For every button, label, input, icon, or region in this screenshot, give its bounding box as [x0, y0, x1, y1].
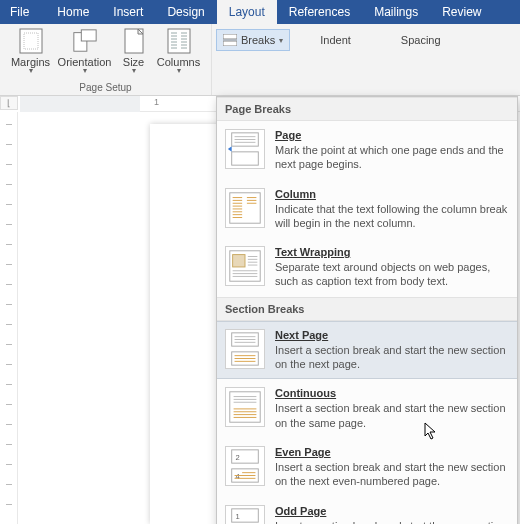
svg-rect-3: [81, 30, 96, 41]
tab-bar: File Home Insert Design Layout Reference…: [0, 0, 520, 24]
columns-icon: [166, 28, 192, 54]
svg-text:4: 4: [236, 472, 240, 481]
svg-rect-19: [223, 41, 237, 46]
breaks-dropdown: Page Breaks Page Mark the point at which…: [216, 96, 518, 524]
menu-item-continuous[interactable]: Continuous Insert a section break and st…: [217, 379, 517, 438]
svg-text:2: 2: [236, 453, 240, 462]
menu-item-next-page[interactable]: Next Page Insert a section break and sta…: [217, 321, 517, 380]
even-page-icon: 24: [225, 446, 265, 486]
dropdown-section-page-breaks: Page Breaks: [217, 97, 517, 121]
indent-label: Indent: [290, 24, 355, 51]
margins-icon: [18, 28, 44, 54]
menu-item-desc: Indicate that the text following the col…: [275, 202, 509, 231]
document-area: ⌊ 1 Page Breaks Page Mark the point at w…: [0, 96, 520, 524]
dropdown-arrow-icon: ▾: [279, 36, 283, 45]
margins-button[interactable]: Margins ▾: [7, 24, 55, 82]
menu-item-page[interactable]: Page Mark the point at which one page en…: [217, 121, 517, 180]
dropdown-section-section-breaks: Section Breaks: [217, 297, 517, 321]
menu-item-title: Text Wrapping: [275, 246, 509, 258]
menu-item-desc: Insert a section break and start the new…: [275, 519, 509, 524]
tab-mailings[interactable]: Mailings: [362, 0, 430, 24]
tab-review[interactable]: Review: [430, 0, 493, 24]
page-setup-group-label: Page Setup: [0, 82, 211, 95]
page-break-icon: [225, 129, 265, 169]
svg-rect-21: [232, 152, 259, 165]
orientation-button[interactable]: Orientation ▾: [55, 24, 115, 82]
size-button[interactable]: Size ▾: [115, 24, 153, 82]
breaks-icon: [223, 34, 237, 46]
menu-item-even-page[interactable]: 24 Even Page Insert a section break and …: [217, 438, 517, 497]
menu-item-title: Next Page: [275, 329, 509, 341]
tab-file[interactable]: File: [0, 0, 45, 24]
ruler-corner: ⌊: [0, 96, 18, 110]
tab-design[interactable]: Design: [155, 0, 216, 24]
svg-rect-38: [233, 255, 245, 267]
svg-rect-18: [223, 34, 237, 39]
menu-item-title: Column: [275, 188, 509, 200]
orientation-icon: [72, 28, 98, 54]
next-page-icon: [225, 329, 265, 369]
tab-home[interactable]: Home: [45, 0, 101, 24]
menu-item-desc: Insert a section break and start the new…: [275, 401, 509, 430]
menu-item-title: Even Page: [275, 446, 509, 458]
svg-text:1: 1: [236, 512, 240, 521]
menu-item-desc: Insert a section break and start the new…: [275, 343, 509, 372]
vertical-ruler[interactable]: [0, 112, 18, 524]
menu-item-desc: Mark the point at which one page ends an…: [275, 143, 509, 172]
columns-button[interactable]: Columns ▾: [153, 24, 205, 82]
breaks-button[interactable]: Breaks ▾: [216, 29, 290, 51]
breaks-label: Breaks: [241, 34, 275, 46]
tab-insert[interactable]: Insert: [101, 0, 155, 24]
menu-item-title: Page: [275, 129, 509, 141]
ribbon: Margins ▾ Orientation ▾ Size ▾: [0, 24, 520, 96]
tab-layout[interactable]: Layout: [217, 0, 277, 24]
menu-item-desc: Insert a section break and start the new…: [275, 460, 509, 489]
odd-page-icon: 13: [225, 505, 265, 524]
dropdown-arrow-icon: ▾: [83, 66, 87, 75]
tab-references[interactable]: References: [277, 0, 362, 24]
dropdown-arrow-icon: ▾: [177, 66, 181, 75]
dropdown-arrow-icon: ▾: [29, 66, 33, 75]
menu-item-odd-page[interactable]: 13 Odd Page Insert a section break and s…: [217, 497, 517, 524]
spacing-label: Spacing: [355, 24, 445, 51]
menu-item-text-wrapping[interactable]: Text Wrapping Separate text around objec…: [217, 238, 517, 297]
text-wrapping-icon: [225, 246, 265, 286]
size-icon: [121, 28, 147, 54]
menu-item-column[interactable]: Column Indicate that the text following …: [217, 180, 517, 239]
menu-item-title: Continuous: [275, 387, 509, 399]
dropdown-arrow-icon: ▾: [132, 66, 136, 75]
ruler-mark: 1: [154, 97, 159, 107]
column-break-icon: [225, 188, 265, 228]
menu-item-desc: Separate text around objects on web page…: [275, 260, 509, 289]
continuous-icon: [225, 387, 265, 427]
menu-item-title: Odd Page: [275, 505, 509, 517]
